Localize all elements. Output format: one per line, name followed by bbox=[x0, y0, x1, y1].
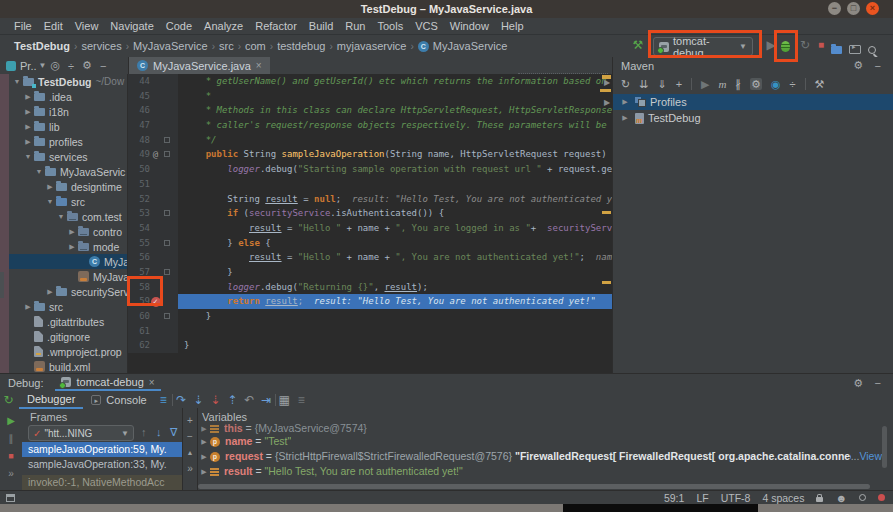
run-to-cursor-icon[interactable]: ⇥ bbox=[258, 393, 275, 407]
resume-icon[interactable]: ▶ bbox=[7, 415, 15, 426]
stop-icon[interactable]: ■ bbox=[8, 451, 13, 461]
step-over-icon[interactable]: ↷ bbox=[173, 393, 190, 407]
step-into-icon[interactable]: ⇣ bbox=[190, 393, 207, 407]
horizontal-scrollbar[interactable] bbox=[198, 484, 870, 489]
maven-expand-icon[interactable]: ÷ bbox=[790, 78, 796, 90]
code-line-45[interactable]: 45 * bbox=[128, 89, 612, 104]
menu-view[interactable]: View bbox=[69, 20, 105, 32]
breadcrumb-item[interactable]: myjavaservice bbox=[337, 40, 407, 52]
gutter[interactable]: 60 bbox=[128, 309, 178, 324]
tree-item-myjavaservic[interactable]: ▼MyJavaServic bbox=[9, 164, 127, 179]
gutter[interactable]: 51 bbox=[128, 177, 178, 192]
debug-session-tab[interactable]: tomcat-debug × bbox=[55, 375, 160, 391]
maven-refresh-icon[interactable]: ↻ bbox=[621, 78, 630, 90]
menu-refactor[interactable]: Refactor bbox=[249, 20, 303, 32]
breadcrumb-item[interactable]: com bbox=[245, 40, 266, 52]
tree-item-contro[interactable]: ▶contro bbox=[9, 224, 127, 239]
gear-icon[interactable]: ⚙ bbox=[853, 377, 863, 390]
move-up-icon[interactable]: ▲ bbox=[187, 448, 194, 458]
maven-node-testdebug[interactable]: ▶TestDebug bbox=[613, 110, 893, 126]
tree-item-testdebug[interactable]: ▼TestDebug~/Dow bbox=[9, 74, 127, 89]
maven-wrench-icon[interactable]: ⚒ bbox=[815, 78, 825, 90]
maven-generate-sources-icon[interactable]: ⇊ bbox=[639, 78, 648, 90]
variable-row[interactable]: ▶result = "Hello Test, You are not authe… bbox=[198, 464, 882, 479]
layout-menu-icon[interactable]: ≡ bbox=[155, 393, 172, 407]
code-line-59[interactable]: 59✓ return result; result: "Hello Test, … bbox=[128, 294, 612, 309]
tree-arrow-icon[interactable]: ▶ bbox=[198, 464, 210, 479]
tree-arrow-icon[interactable]: ▶ bbox=[44, 183, 56, 191]
locate-icon[interactable]: ◎ bbox=[50, 59, 60, 72]
gear-icon[interactable]: ⚙ bbox=[853, 59, 863, 72]
gutter[interactable]: 49@ bbox=[128, 147, 178, 162]
project-panel-title[interactable]: Pr.. bbox=[20, 60, 37, 72]
encoding[interactable]: UTF-8 bbox=[721, 492, 751, 504]
mute-breakpoints-icon[interactable]: ≡ bbox=[293, 393, 310, 407]
indent-setting[interactable]: 4 spaces bbox=[762, 492, 804, 504]
gutter[interactable]: 57 bbox=[128, 265, 178, 280]
remove-watch-icon[interactable]: − bbox=[187, 432, 193, 442]
gutter[interactable]: 53 bbox=[128, 206, 178, 221]
caret-position[interactable]: 59:1 bbox=[664, 492, 684, 504]
maven-profiles-icon[interactable]: ◉ bbox=[771, 78, 781, 90]
code-line-44[interactable]: 44 * getUserName() and getUserId() etc w… bbox=[128, 74, 612, 89]
tree-arrow-icon[interactable]: ▶ bbox=[22, 123, 34, 131]
tree-arrow-icon[interactable]: ▶ bbox=[22, 138, 34, 146]
tab-console[interactable]: ▸ Console bbox=[83, 391, 154, 409]
code-line-58[interactable]: 58 logger.debug("Returning {}", result); bbox=[128, 280, 612, 295]
run-button[interactable]: ▶ bbox=[763, 38, 779, 52]
breadcrumb-item[interactable]: TestDebug bbox=[14, 40, 70, 52]
fold-icon[interactable] bbox=[164, 240, 170, 246]
tree-arrow-icon[interactable]: ▶ bbox=[44, 288, 56, 296]
gear-icon[interactable]: ⚙ bbox=[82, 59, 92, 72]
tree-item--gitignore[interactable]: .gitignore bbox=[9, 329, 127, 344]
tree-item-mode[interactable]: ▶mode bbox=[9, 239, 127, 254]
tree-item-lib[interactable]: ▶lib bbox=[9, 119, 127, 134]
tree-item-myjavas[interactable]: MyJavaS bbox=[9, 269, 127, 284]
code-line-52[interactable]: 52 String result = null; result: "Hello … bbox=[128, 192, 612, 207]
gutter[interactable]: 55 bbox=[128, 236, 178, 251]
menu-code[interactable]: Code bbox=[160, 20, 198, 32]
maven-skip-tests-icon[interactable]: ∦ bbox=[736, 78, 742, 90]
debug-button[interactable] bbox=[781, 38, 790, 56]
gutter[interactable]: 45 bbox=[128, 89, 178, 104]
fold-icon[interactable] bbox=[164, 151, 170, 157]
tree-arrow-icon[interactable]: ▶ bbox=[198, 423, 210, 434]
tree-arrow-icon[interactable]: ▼ bbox=[44, 198, 56, 205]
tree-arrow-icon[interactable]: ▼ bbox=[11, 78, 23, 85]
tree-item-com-test[interactable]: ▼com.test bbox=[9, 209, 127, 224]
minimize-button[interactable]: − bbox=[828, 2, 841, 15]
code-line-60[interactable]: 60 } bbox=[128, 309, 612, 324]
vertical-scrollbar[interactable] bbox=[882, 426, 887, 468]
frame-row[interactable]: sampleJavaOperation:33, My. bbox=[22, 457, 182, 472]
gutter[interactable]: 56 bbox=[128, 250, 178, 265]
editor-tab[interactable]: MyJavaService.java × bbox=[129, 57, 270, 74]
gutter[interactable]: 58 bbox=[128, 280, 178, 295]
maven-goal-icon[interactable]: m bbox=[719, 78, 727, 90]
coverage-button[interactable]: ↻ bbox=[797, 38, 813, 52]
tree-arrow-icon[interactable]: ▶ bbox=[22, 108, 34, 116]
menu-vcs[interactable]: VCS bbox=[409, 20, 444, 32]
drop-frame-icon[interactable]: ↶ bbox=[241, 393, 258, 407]
tree-item-src[interactable]: ▼src bbox=[9, 194, 127, 209]
build-icon[interactable]: ⚒ bbox=[630, 38, 646, 52]
tree-arrow-icon[interactable]: ▼ bbox=[33, 168, 45, 175]
step-out-icon[interactable]: ⇡ bbox=[224, 393, 241, 407]
code-editor[interactable]: 44 * getUserName() and getUserId() etc w… bbox=[128, 74, 612, 373]
gutter[interactable]: 54 bbox=[128, 221, 178, 236]
code-line-50[interactable]: 50 logger.debug("Starting sample operati… bbox=[128, 162, 612, 177]
code-line-61[interactable]: 61 bbox=[128, 324, 612, 339]
close-button[interactable]: × bbox=[866, 2, 879, 15]
menu-window[interactable]: Window bbox=[444, 20, 495, 32]
gutter[interactable]: 50 bbox=[128, 162, 178, 177]
maven-settings-icon[interactable]: ⚙ bbox=[750, 78, 762, 90]
tree-arrow-icon[interactable]: ▶ bbox=[619, 98, 631, 106]
hector-icon[interactable]: ☻ bbox=[835, 493, 847, 503]
stop-button[interactable]: ■ bbox=[813, 38, 829, 52]
menu-navigate[interactable]: Navigate bbox=[104, 20, 159, 32]
filter-icon[interactable]: ∇ bbox=[170, 426, 177, 439]
code-line-53[interactable]: 53 if (securityService.isAuthenticated()… bbox=[128, 206, 612, 221]
tree-arrow-icon[interactable]: ▼ bbox=[55, 213, 67, 220]
pause-icon[interactable]: ∥ bbox=[9, 433, 14, 444]
tree-item-designtime[interactable]: ▶designtime bbox=[9, 179, 127, 194]
frame-row[interactable]: sampleJavaOperation:59, My. bbox=[22, 442, 182, 457]
